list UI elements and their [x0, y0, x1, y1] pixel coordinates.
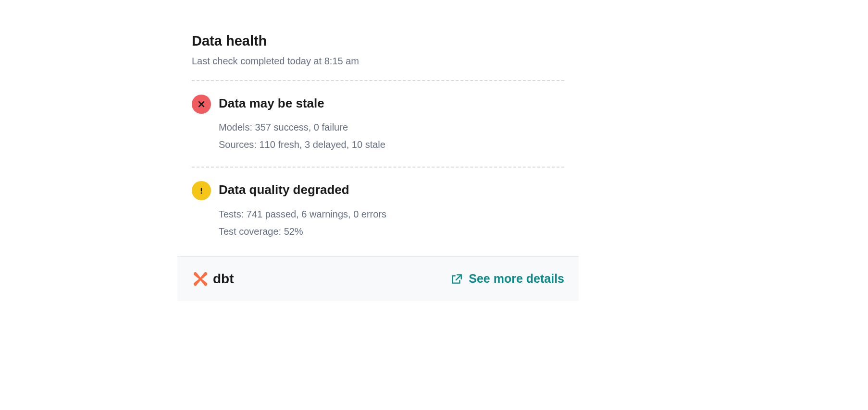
card-footer: dbt See more details	[177, 256, 579, 301]
sources-detail: Sources: 110 fresh, 3 delayed, 10 stale	[219, 136, 564, 153]
external-link-icon	[450, 273, 463, 285]
models-detail: Models: 357 success, 0 failure	[219, 119, 564, 136]
svg-line-4	[456, 275, 461, 280]
dbt-logo-icon	[192, 270, 209, 288]
error-icon	[192, 95, 211, 114]
last-check-timestamp: Last check completed today at 8:15 am	[192, 56, 564, 67]
stale-data-title: Data may be stale	[219, 95, 564, 112]
stale-data-content: Data may be stale Models: 357 success, 0…	[219, 95, 564, 153]
see-more-details-label: See more details	[469, 272, 564, 286]
card-header: Data health Last check completed today a…	[177, 33, 579, 80]
quality-degraded-title: Data quality degraded	[219, 181, 564, 198]
see-more-details-link[interactable]: See more details	[450, 272, 564, 286]
svg-rect-2	[201, 188, 202, 192]
tests-detail: Tests: 741 passed, 6 warnings, 0 errors	[219, 205, 564, 223]
quality-degraded-content: Data quality degraded Tests: 741 passed,…	[219, 181, 564, 240]
coverage-detail: Test coverage: 52%	[219, 223, 564, 240]
dbt-logo: dbt	[192, 270, 234, 288]
data-health-card: Data health Last check completed today a…	[177, 33, 579, 301]
svg-point-3	[201, 193, 202, 194]
stale-data-section: Data may be stale Models: 357 success, 0…	[177, 81, 579, 167]
dbt-logo-text: dbt	[213, 271, 234, 287]
warning-icon	[192, 181, 211, 200]
quality-degraded-section: Data quality degraded Tests: 741 passed,…	[177, 168, 579, 253]
card-title: Data health	[192, 33, 564, 49]
